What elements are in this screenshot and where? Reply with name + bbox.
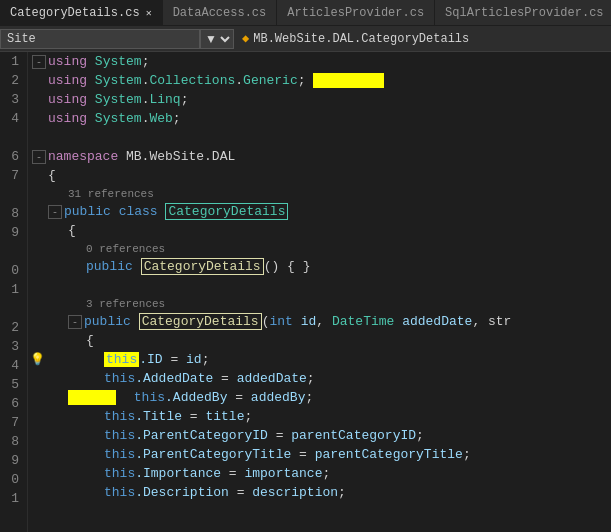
code-line-8: - public class CategoryDetails [28, 202, 611, 221]
code-text-10: CategoryDetails() { } [133, 259, 311, 274]
line-num-9: 9 [4, 223, 19, 242]
line-num-20: 0 [4, 470, 19, 489]
lightbulb-icon[interactable]: 💡 [30, 352, 45, 367]
brace-open-3: { [86, 333, 94, 348]
code-line-16: this.AddedBy = addedBy; [28, 388, 611, 407]
tab-label: ArticlesProvider.cs [287, 6, 424, 20]
line-num-ref0 [4, 242, 19, 261]
line-num-12: 2 [4, 318, 19, 337]
line-num-11: 1 [4, 280, 19, 299]
code-line-14: 💡 this.ID = id; [28, 350, 611, 369]
code-line-11 [28, 276, 611, 295]
code-text-18: = parentCategoryID; [268, 428, 424, 443]
this-kw-19: this [104, 447, 135, 462]
keyword-using-4: using [48, 111, 87, 126]
code-text-14: = id; [163, 352, 210, 367]
ref-row-3: 3 references [28, 295, 611, 312]
line-num-1: 1 [4, 52, 19, 71]
collapse-icon-6[interactable]: - [32, 150, 46, 164]
code-text-15: = addedDate; [213, 371, 314, 386]
line-num-8: 8 [4, 204, 19, 223]
this-kw-21: this [104, 485, 135, 500]
keyword-public-3: public [84, 314, 131, 329]
line-num-ref3 [4, 299, 19, 318]
breadcrumb: ◆ MB.WebSite.DAL.CategoryDetails [242, 31, 469, 46]
line-num-15: 5 [4, 375, 19, 394]
keyword-public-1: public [64, 204, 111, 219]
keyword-public-2: public [86, 259, 133, 274]
ref-label-0: 0 references [86, 243, 165, 255]
brace-open-2: { [68, 223, 76, 238]
tab-data-access[interactable]: DataAccess.cs [163, 0, 278, 26]
line-num-16: 6 [4, 394, 19, 413]
code-line-21: this.Description = description; [28, 483, 611, 502]
line-num-13: 3 [4, 337, 19, 356]
code-text-21: = description; [229, 485, 346, 500]
tab-label: SqlArticlesProvider.cs [445, 6, 603, 20]
code-line-18: this.ParentCategoryID = parentCategoryID… [28, 426, 611, 445]
line-num-17: 7 [4, 413, 19, 432]
code-line-2: using System.Collections.Generic; [28, 71, 611, 90]
ref-row-31: 31 references [28, 185, 611, 202]
line-num-3: 3 [4, 90, 19, 109]
code-line-3: using System.Linq; [28, 90, 611, 109]
line-num-21: 1 [4, 489, 19, 508]
code-line-13: { [28, 331, 611, 350]
code-line-20: this.Importance = importance; [28, 464, 611, 483]
this-kw-18: this [104, 428, 135, 443]
line-numbers: 1 2 3 4 6 7 8 9 0 1 2 3 4 5 6 7 8 9 0 1 [0, 52, 28, 532]
code-line-5 [28, 128, 611, 147]
tab-category-details[interactable]: CategoryDetails.cs ✕ [0, 0, 163, 26]
tab-label: CategoryDetails.cs [10, 6, 140, 20]
code-text-8: class CategoryDetails [111, 204, 289, 219]
line-num-10: 0 [4, 261, 19, 280]
ref-label-31: 31 references [68, 188, 154, 200]
keyword-using-1: using [48, 54, 87, 69]
keyword-using-2: using [48, 73, 87, 88]
code-text-2: System.Collections.Generic; [87, 73, 384, 88]
code-text-16: = addedBy; [227, 390, 313, 405]
line-num-5 [4, 128, 19, 147]
code-text-4: System.Web; [87, 111, 181, 126]
line-num-19: 9 [4, 451, 19, 470]
nav-dropdown[interactable]: ▼ [200, 29, 234, 49]
code-line-9: { [28, 221, 611, 240]
code-text-6: MB.WebSite.DAL [118, 149, 235, 164]
tab-close-icon[interactable]: ✕ [146, 7, 152, 19]
tab-label: DataAccess.cs [173, 6, 267, 20]
tab-sql-articles-provider[interactable]: SqlArticlesProvider.cs [435, 0, 611, 26]
code-line-19: this.ParentCategoryTitle = parentCategor… [28, 445, 611, 464]
search-input[interactable] [0, 29, 200, 49]
code-line-10: public CategoryDetails() { } [28, 257, 611, 276]
code-line-6: - namespace MB.WebSite.DAL [28, 147, 611, 166]
editor: 1 2 3 4 6 7 8 9 0 1 2 3 4 5 6 7 8 9 0 1 … [0, 52, 611, 532]
line-num-7: 7 [4, 166, 19, 185]
code-text-3: System.Linq; [87, 92, 188, 107]
line-num-6: 6 [4, 147, 19, 166]
code-line-15: this.AddedDate = addedDate; [28, 369, 611, 388]
collapse-icon-8[interactable]: - [48, 205, 62, 219]
code-line-12: - public CategoryDetails(int id, DateTim… [28, 312, 611, 331]
collapse-icon-12[interactable]: - [68, 315, 82, 329]
this-kw-16: this [134, 390, 165, 405]
brace-open-1: { [48, 168, 56, 183]
collapse-icon-1[interactable]: - [32, 55, 46, 69]
tab-articles-provider[interactable]: ArticlesProvider.cs [277, 0, 435, 26]
line-num-4: 4 [4, 109, 19, 128]
code-text-17: = title; [182, 409, 252, 424]
code-lines: - using System; using System.Collections… [28, 52, 611, 502]
nav-bar: ▼ ◆ MB.WebSite.DAL.CategoryDetails [0, 26, 611, 52]
code-line-17: this.Title = title; [28, 407, 611, 426]
code-text-1: System; [87, 54, 149, 69]
code-text-20: = importance; [221, 466, 330, 481]
this-kw-17: this [104, 409, 135, 424]
code-text-12: CategoryDetails(int id, DateTime addedDa… [131, 314, 512, 329]
line-num-18: 8 [4, 432, 19, 451]
ref-label-3: 3 references [86, 298, 165, 310]
line-num-ref31 [4, 185, 19, 204]
code-area: - using System; using System.Collections… [28, 52, 611, 532]
code-text-19: = parentCategoryTitle; [291, 447, 470, 462]
keyword-using-3: using [48, 92, 87, 107]
line-num-2: 2 [4, 71, 19, 90]
tab-bar: CategoryDetails.cs ✕ DataAccess.cs Artic… [0, 0, 611, 26]
